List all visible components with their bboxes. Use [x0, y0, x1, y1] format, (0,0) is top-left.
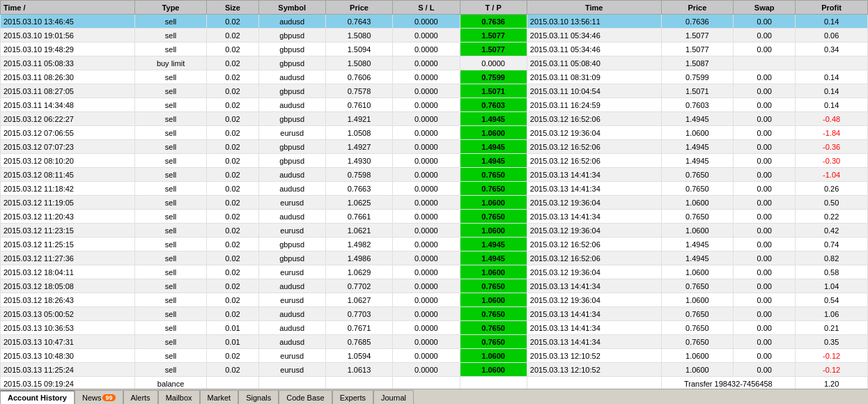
col-header-tp[interactable]: T / P: [460, 1, 527, 15]
table-row[interactable]: 2015.03.12 08:10:20sell0.02gbpusd1.49300…: [1, 154, 868, 168]
cell-time1: 2015.03.12 08:10:20: [1, 154, 135, 168]
cell-time2: 2015.03.13 14:41:34: [527, 321, 661, 335]
cell-price2: 1.0600: [661, 196, 734, 210]
cell-tp: 0.7650: [460, 307, 527, 321]
tab-mailbox[interactable]: Mailbox: [158, 390, 200, 404]
table-row[interactable]: 2015.03.12 18:26:43sell0.02eurusd1.06270…: [1, 293, 868, 307]
table-row[interactable]: 2015.03.10 13:46:45sell0.02audusd0.76430…: [1, 15, 868, 29]
cell-time2: 2015.03.13 14:41:34: [527, 279, 661, 293]
table-row[interactable]: 2015.03.11 14:34:48sell0.02audusd0.76100…: [1, 98, 868, 112]
cell-size: 0.01: [207, 335, 258, 349]
cell-size: 0.02: [207, 349, 258, 363]
table-row[interactable]: 2015.03.11 05:08:33buy limit0.02gbpusd1.…: [1, 56, 868, 70]
cell-price: 0.7643: [325, 15, 392, 29]
table-row[interactable]: 2015.03.11 08:26:30sell0.02audusd0.76060…: [1, 70, 868, 84]
col-header-size[interactable]: Size: [207, 1, 258, 15]
table-row[interactable]: 2015.03.12 18:04:11sell0.02eurusd1.06290…: [1, 265, 868, 279]
cell-swap: 0.00: [734, 140, 796, 154]
cell-profit: 0.06: [796, 29, 868, 42]
table-row[interactable]: 2015.03.12 11:18:42sell0.02audusd0.76630…: [1, 182, 868, 196]
cell-time1: 2015.03.12 11:18:42: [1, 182, 135, 196]
tab-label: Alerts: [131, 394, 150, 402]
cell-type: buy limit: [134, 56, 207, 70]
table-row[interactable]: 2015.03.12 06:22:27sell0.02gbpusd1.49210…: [1, 112, 868, 126]
tab-alerts[interactable]: Alerts: [123, 390, 158, 404]
cell-swap: 0.00: [734, 251, 796, 265]
col-header-profit[interactable]: Profit: [796, 1, 868, 15]
table-row[interactable]: 2015.03.12 11:23:15sell0.02eurusd1.06210…: [1, 224, 868, 238]
cell-sl: 0.0000: [393, 251, 460, 265]
table-row[interactable]: 2015.03.15 09:19:24balanceTransfer 19843…: [1, 377, 868, 389]
cell-type: sell: [134, 70, 207, 84]
cell-tp: 1.0600: [460, 196, 527, 210]
tab-code-base[interactable]: Code Base: [279, 390, 332, 404]
cell-sl: 0.0000: [393, 265, 460, 279]
cell-tp: 1.0600: [460, 293, 527, 307]
cell-price2: 1.4945: [661, 112, 734, 126]
cell-symbol: eurusd: [258, 363, 325, 377]
cell-profit: 0.14: [796, 84, 868, 98]
cell-time2: 2015.03.11 05:34:46: [527, 42, 661, 56]
table-row[interactable]: 2015.03.12 18:05:08sell0.02audusd0.77020…: [1, 279, 868, 293]
table-row[interactable]: 2015.03.12 11:19:05sell0.02eurusd1.06250…: [1, 196, 868, 210]
cell-size: 0.02: [207, 363, 258, 377]
col-header-symbol[interactable]: Symbol: [258, 1, 325, 15]
cell-sl: 0.0000: [393, 321, 460, 335]
cell-size: 0.02: [207, 279, 258, 293]
table-row[interactable]: 2015.03.12 07:07:23sell0.02gbpusd1.49270…: [1, 140, 868, 154]
cell-profit: 0.26: [796, 182, 868, 196]
table-row[interactable]: 2015.03.12 11:27:36sell0.02gbpusd1.49860…: [1, 251, 868, 265]
cell-price2: 1.5071: [661, 84, 734, 98]
table-row[interactable]: 2015.03.10 19:48:29sell0.02gbpusd1.50940…: [1, 42, 868, 56]
cell-price: 0.7606: [325, 70, 392, 84]
cell-type: sell: [134, 98, 207, 112]
cell-sl: 0.0000: [393, 224, 460, 238]
table-row[interactable]: 2015.03.13 11:25:24sell0.02eurusd1.06130…: [1, 363, 868, 377]
cell-time2: 2015.03.12 19:36:04: [527, 293, 661, 307]
table-row[interactable]: 2015.03.11 08:27:05sell0.02gbpusd0.75780…: [1, 84, 868, 98]
cell-size: 0.02: [207, 84, 258, 98]
col-header-time2[interactable]: Time: [527, 1, 661, 15]
tab-journal[interactable]: Journal: [373, 390, 414, 404]
cell-time2: 2015.03.12 16:52:06: [527, 140, 661, 154]
cell-tp: 1.0600: [460, 265, 527, 279]
col-header-type[interactable]: Type: [134, 1, 207, 15]
col-header-sl[interactable]: S / L: [393, 1, 460, 15]
col-header-price[interactable]: Price: [325, 1, 392, 15]
cell-time2: 2015.03.11 08:31:09: [527, 70, 661, 84]
tab-account-history[interactable]: Account History: [0, 390, 75, 404]
cell-price2: 0.7650: [661, 307, 734, 321]
cell-profit: -0.36: [796, 140, 868, 154]
tab-experts[interactable]: Experts: [332, 390, 373, 404]
tab-signals[interactable]: Signals: [238, 390, 279, 404]
cell-size: 0.02: [207, 98, 258, 112]
cell-symbol: eurusd: [258, 196, 325, 210]
cell-price: 1.4986: [325, 251, 392, 265]
table-row[interactable]: 2015.03.10 19:01:56sell0.02gbpusd1.50800…: [1, 29, 868, 42]
table-row[interactable]: 2015.03.13 10:48:30sell0.02eurusd1.05940…: [1, 349, 868, 363]
cell-time1: 2015.03.15 09:19:24: [1, 377, 135, 389]
tab-market[interactable]: Market: [200, 390, 239, 404]
cell-price: 0.7598: [325, 168, 392, 182]
col-header-price2[interactable]: Price: [661, 1, 734, 15]
table-row[interactable]: 2015.03.12 11:20:43sell0.02audusd0.76610…: [1, 210, 868, 224]
table-row[interactable]: 2015.03.13 10:36:53sell0.01audusd0.76710…: [1, 321, 868, 335]
table-row[interactable]: 2015.03.12 08:11:45sell0.02audusd0.75980…: [1, 168, 868, 182]
cell-price: 1.0613: [325, 363, 392, 377]
col-header-swap[interactable]: Swap: [734, 1, 796, 15]
table-row[interactable]: 2015.03.12 07:06:55sell0.02eurusd1.05080…: [1, 126, 868, 140]
cell-price2: 0.7603: [661, 98, 734, 112]
cell-sl: 0.0000: [393, 335, 460, 349]
cell-time1: 2015.03.12 11:27:36: [1, 251, 135, 265]
cell-price2: 0.7650: [661, 335, 734, 349]
cell-swap: 0.00: [734, 335, 796, 349]
tab-news[interactable]: News99: [75, 390, 123, 404]
cell-tp: 0.7650: [460, 182, 527, 196]
table-row[interactable]: 2015.03.12 11:25:15sell0.02gbpusd1.49820…: [1, 238, 868, 251]
col-header-time1[interactable]: Time /: [1, 1, 135, 15]
cell-swap: 0.00: [734, 349, 796, 363]
cell-type: sell: [134, 154, 207, 168]
table-row[interactable]: 2015.03.13 05:00:52sell0.02audusd0.77030…: [1, 307, 868, 321]
cell-size: 0.02: [207, 29, 258, 42]
table-row[interactable]: 2015.03.13 10:47:31sell0.01audusd0.76850…: [1, 335, 868, 349]
